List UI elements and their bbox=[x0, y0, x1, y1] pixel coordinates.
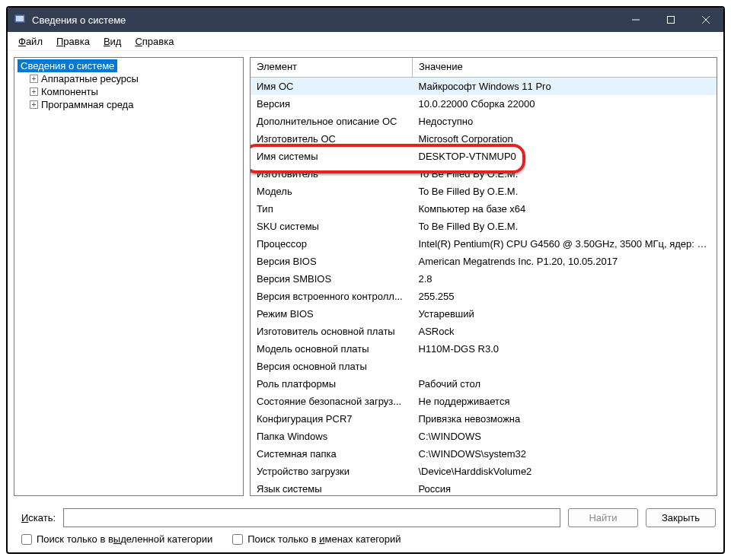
cell-value: Intel(R) Pentium(R) CPU G4560 @ 3.50GHz,… bbox=[413, 235, 717, 253]
cell-value: 10.0.22000 Сборка 22000 bbox=[413, 95, 717, 113]
table-row[interactable]: Версия встроенного контролл...255.255 bbox=[251, 288, 717, 305]
menu-правка[interactable]: Правка bbox=[50, 34, 96, 49]
tree-node-label: Компоненты bbox=[41, 86, 98, 97]
app-icon bbox=[14, 14, 26, 26]
details-panel[interactable]: Элемент Значение Имя ОСМайкрософт Window… bbox=[250, 57, 717, 496]
menu-справка[interactable]: Справка bbox=[129, 34, 180, 49]
cell-name: Изготовитель ОС bbox=[251, 130, 413, 148]
table-row[interactable]: Состояние безопасной загруз...Не поддерж… bbox=[251, 393, 717, 410]
search-bar: Искать: Найти Закрыть bbox=[8, 502, 723, 530]
cell-value: 2.8 bbox=[413, 270, 717, 288]
cell-name: Роль платформы bbox=[251, 375, 413, 393]
table-row[interactable]: МодельTo Be Filled By O.E.M. bbox=[251, 183, 717, 200]
cell-name: Изготовитель bbox=[251, 165, 413, 183]
cell-value: ASRock bbox=[413, 323, 717, 340]
cell-value: To Be Filled By O.E.M. bbox=[413, 165, 717, 183]
expand-icon[interactable]: + bbox=[30, 88, 38, 96]
cb-name-only-box[interactable] bbox=[232, 534, 243, 545]
cell-name: Версия встроенного контролл... bbox=[251, 288, 413, 305]
tree-node[interactable]: +Компоненты bbox=[16, 85, 241, 98]
table-row[interactable]: Папка WindowsC:\WINDOWS bbox=[251, 428, 717, 445]
search-input[interactable] bbox=[63, 508, 560, 527]
close-button[interactable] bbox=[688, 8, 723, 32]
table-row[interactable]: Изготовитель ОСMicrosoft Corporation bbox=[251, 130, 717, 148]
tree-panel[interactable]: Сведения о системе +Аппаратные ресурсы+К… bbox=[14, 57, 244, 496]
cell-name: Имя системы bbox=[251, 148, 413, 165]
cell-name: Системная папка bbox=[251, 445, 413, 463]
cell-name: Версия bbox=[251, 95, 413, 113]
cell-name: Версия SMBIOS bbox=[251, 270, 413, 288]
cell-value: To Be Filled By O.E.M. bbox=[413, 183, 717, 200]
cell-value: Microsoft Corporation bbox=[413, 130, 717, 148]
svg-rect-2 bbox=[18, 23, 22, 24]
table-row[interactable]: Системная папкаC:\WINDOWS\system32 bbox=[251, 445, 717, 463]
table-row[interactable]: Версия BIOSAmerican Megatrends Inc. P1.2… bbox=[251, 253, 717, 270]
cell-value bbox=[413, 358, 717, 375]
menu-вид[interactable]: Вид bbox=[97, 34, 128, 49]
cell-value: Устаревший bbox=[413, 305, 717, 323]
table-row[interactable]: Модель основной платыH110M-DGS R3.0 bbox=[251, 340, 717, 358]
cell-name: Модель основной платы bbox=[251, 340, 413, 358]
cell-value: Компьютер на базе x64 bbox=[413, 200, 717, 218]
cell-name: Имя ОС bbox=[251, 78, 413, 96]
msinfo-window: Сведения о системе ФайлПравкаВидСправка … bbox=[6, 6, 725, 554]
cell-value: Майкрософт Windows 11 Pro bbox=[413, 78, 717, 96]
table-row[interactable]: Дополнительное описание ОСНедоступно bbox=[251, 113, 717, 130]
cell-name: Конфигурация PCR7 bbox=[251, 410, 413, 428]
find-button[interactable]: Найти bbox=[568, 508, 638, 527]
expand-icon[interactable]: + bbox=[30, 100, 38, 109]
cell-name: Состояние безопасной загруз... bbox=[251, 393, 413, 410]
table-row[interactable]: Роль платформыРабочий стол bbox=[251, 375, 717, 393]
cell-name: SKU системы bbox=[251, 218, 413, 235]
cell-value: DESKTOP-VTNMUP0 bbox=[413, 148, 717, 165]
svg-rect-1 bbox=[16, 16, 24, 21]
menu-файл[interactable]: Файл bbox=[12, 34, 49, 49]
table-row[interactable]: Версия10.0.22000 Сборка 22000 bbox=[251, 95, 717, 113]
maximize-button[interactable] bbox=[653, 8, 688, 32]
cell-name: Модель bbox=[251, 183, 413, 200]
table-row[interactable]: Имя системыDESKTOP-VTNMUP0 bbox=[251, 148, 717, 165]
cell-name: Версия BIOS bbox=[251, 253, 413, 270]
cell-value: Привязка невозможна bbox=[413, 410, 717, 428]
tree-root[interactable]: Сведения о системе bbox=[18, 59, 117, 72]
col-value[interactable]: Значение bbox=[413, 58, 717, 78]
tree-node-label: Аппаратные ресурсы bbox=[41, 73, 139, 84]
cell-name: Процессор bbox=[251, 235, 413, 253]
cell-value: \Device\HarddiskVolume2 bbox=[413, 463, 717, 480]
cell-value: C:\WINDOWS bbox=[413, 428, 717, 445]
table-row[interactable]: Версия SMBIOS2.8 bbox=[251, 270, 717, 288]
cell-name: Устройство загрузки bbox=[251, 463, 413, 480]
table-row[interactable]: ПроцессорIntel(R) Pentium(R) CPU G4560 @… bbox=[251, 235, 717, 253]
cell-value: American Megatrends Inc. P1.20, 10.05.20… bbox=[413, 253, 717, 270]
close-search-button[interactable]: Закрыть bbox=[646, 508, 716, 527]
cell-value: To Be Filled By O.E.M. bbox=[413, 218, 717, 235]
menubar: ФайлПравкаВидСправка bbox=[8, 32, 723, 51]
titlebar[interactable]: Сведения о системе bbox=[8, 8, 723, 32]
table-row[interactable]: Режим BIOSУстаревший bbox=[251, 305, 717, 323]
table-row[interactable]: ИзготовительTo Be Filled By O.E.M. bbox=[251, 165, 717, 183]
cell-value: C:\WINDOWS\system32 bbox=[413, 445, 717, 463]
tree-node[interactable]: +Программная среда bbox=[16, 98, 241, 111]
tree-node[interactable]: +Аппаратные ресурсы bbox=[16, 72, 241, 85]
minimize-button[interactable] bbox=[618, 8, 653, 32]
expand-icon[interactable]: + bbox=[30, 75, 38, 83]
search-label: Искать: bbox=[21, 512, 56, 523]
table-row[interactable]: Версия основной платы bbox=[251, 358, 717, 375]
table-row[interactable]: Изготовитель основной платыASRock bbox=[251, 323, 717, 340]
table-row[interactable]: Конфигурация PCR7Привязка невозможна bbox=[251, 410, 717, 428]
cell-name: Папка Windows bbox=[251, 428, 413, 445]
cb-selected-category-box[interactable] bbox=[21, 534, 32, 545]
cell-name: Дополнительное описание ОС bbox=[251, 113, 413, 130]
table-row[interactable]: Имя ОСМайкрософт Windows 11 Pro bbox=[251, 78, 717, 96]
col-name[interactable]: Элемент bbox=[251, 58, 413, 78]
svg-rect-4 bbox=[668, 17, 675, 24]
cell-value: Россия bbox=[413, 480, 717, 496]
cb-name-only[interactable]: Поиск только в именах категорий bbox=[232, 533, 401, 545]
table-row[interactable]: ТипКомпьютер на базе x64 bbox=[251, 200, 717, 218]
tree-node-label: Программная среда bbox=[41, 99, 133, 110]
table-row[interactable]: SKU системыTo Be Filled By O.E.M. bbox=[251, 218, 717, 235]
cell-name: Изготовитель основной платы bbox=[251, 323, 413, 340]
table-row[interactable]: Язык системыРоссия bbox=[251, 480, 717, 496]
cb-selected-category[interactable]: Поиск только в выделенной категории bbox=[21, 533, 212, 545]
table-row[interactable]: Устройство загрузки\Device\HarddiskVolum… bbox=[251, 463, 717, 480]
